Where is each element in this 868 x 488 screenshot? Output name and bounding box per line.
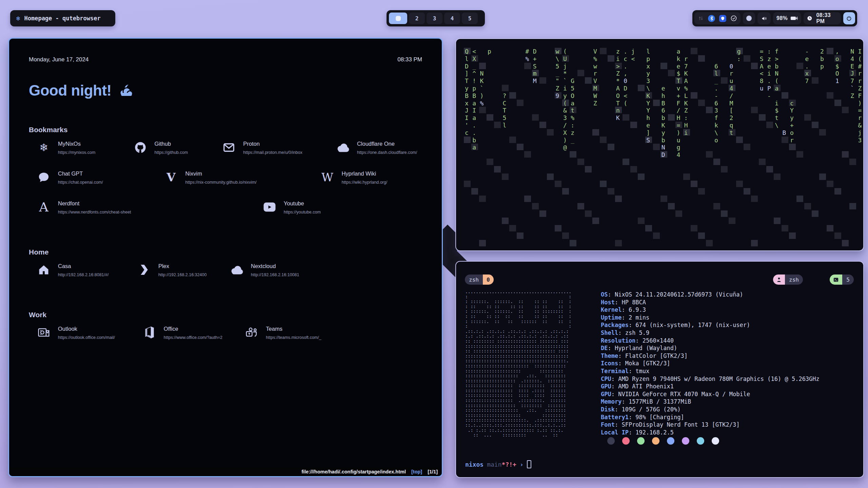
power-icon — [846, 15, 852, 21]
bookmark-url: https://mail.proton.me/u/0/inbox — [243, 150, 302, 155]
qutebrowser-window[interactable]: Monday, June 17, 2024 08:33 PM Good nigh… — [8, 38, 443, 477]
plex-chevron-icon — [137, 262, 152, 277]
battery-indicator[interactable]: 98% — [773, 12, 801, 24]
prompt-git-branch: main — [487, 461, 501, 468]
tmux-shell-segment: zsh — [465, 274, 483, 285]
section-title: Work — [29, 310, 422, 319]
bookmark-item-hyprland-wiki[interactable]: WHyprland Wikihttps://wiki.hyprland.org/ — [320, 170, 422, 190]
bookmark-item-github[interactable]: Githubhttps://github.com — [133, 140, 222, 160]
fastfetch-line-host: Host: HP 8BCA — [601, 299, 820, 306]
bookmark-item-nextcloud[interactable]: Nextcloudhttp://192.168.2.16:10081 — [229, 262, 422, 283]
bookmark-item-casa[interactable]: Casahttp://192.168.2.16:8081/#/ — [36, 262, 137, 283]
palette-dot — [622, 437, 630, 445]
bookmark-item-nixvim[interactable]: VNixvimhttps://nix-community.github.io/n… — [164, 170, 320, 190]
bookmark-url: http://192.168.2.16:8081/#/ — [58, 272, 108, 277]
volume-button[interactable] — [757, 12, 771, 24]
bookmark-item-plex[interactable]: Plexhttp://192.168.2.16:32400 — [137, 262, 229, 283]
bookmark-item-mynixos[interactable]: ❄MyNixOshttps://mynixos.com — [36, 140, 133, 160]
startpage-sections: Bookmarks❄MyNixOshttps://mynixos.comGith… — [29, 125, 422, 373]
cloud-moon-icon — [117, 83, 135, 98]
check-circle-icon[interactable] — [730, 15, 737, 22]
palette-dot — [682, 437, 689, 445]
power-button[interactable] — [843, 12, 855, 24]
fastfetch-line-font: Font: SFProDisplay Nerd Font 13 [GTK2/3] — [601, 421, 820, 429]
tmux-window-index: 0 — [483, 274, 494, 285]
palette-dot — [697, 437, 704, 445]
tmux-left-status[interactable]: zsh 0 — [465, 274, 494, 285]
section-work: WorkOutlookhttps://outlook.office.com/ma… — [29, 310, 422, 345]
section-bookmarks: Bookmarks❄MyNixOshttps://mynixos.comGith… — [29, 125, 422, 220]
battery-percent: 98% — [776, 15, 788, 21]
speaker-icon — [761, 16, 767, 21]
bookmark-item-nerdfont[interactable]: ANerdfonthttps://www.nerdfonts.com/cheat… — [36, 200, 262, 220]
github-icon — [133, 140, 148, 155]
bookmark-url: https://mynixos.com — [58, 150, 95, 155]
fastfetch-line-battery1: Battery1: 98% [Charging] — [601, 413, 820, 421]
palette-dot — [652, 437, 659, 445]
clock-indicator[interactable]: 08:33 PM — [804, 12, 841, 24]
bookmark-item-youtube[interactable]: Youtubehttps://youtube.com — [262, 200, 422, 220]
bookmark-row: Casahttp://192.168.2.16:8081/#/Plexhttp:… — [36, 262, 422, 283]
indicator-dot-button[interactable] — [743, 12, 755, 24]
workspace-2[interactable]: 2 — [409, 13, 425, 24]
outlook-icon — [36, 325, 51, 340]
fastfetch-ascii-art: ........................................… — [465, 289, 571, 438]
fastfetch-line-resolution: Resolution: 868×488 — [601, 337, 820, 345]
shell-prompt[interactable]: nixos main *?!+ › — [465, 460, 531, 468]
bookmark-label: Chat GPT — [58, 170, 103, 177]
bookmark-label: Cloudflare One — [357, 141, 417, 147]
window-title: Homepage - qutebrowser — [24, 15, 100, 22]
vim-icon: V — [164, 170, 179, 185]
fastfetch-line-gpu: GPU: NVIDIA GeForce RTX 4070 Max-Q / Mob… — [601, 390, 820, 398]
bookmark-label: Proton — [243, 141, 302, 147]
bookmark-item-outlook[interactable]: Outlookhttps://outlook.office.com/mail/ — [36, 325, 142, 345]
tmux-user-segment[interactable]: zsh — [773, 274, 803, 285]
prompt-arrow: › — [520, 461, 524, 468]
shield-icon[interactable] — [719, 15, 726, 22]
startpage-header: Monday, June 17, 2024 08:33 PM — [29, 56, 422, 63]
network-arrows-icon — [698, 15, 704, 21]
tmux-terminal-window[interactable]: zsh 0 zsh 5 ............................… — [455, 261, 864, 478]
bookmark-item-teams[interactable]: Teamshttps://teams.microsoft.com/_ — [244, 325, 422, 345]
bookmark-label: Office — [164, 326, 222, 332]
bookmark-item-chat-gpt[interactable]: Chat GPThttps://chat.openai.com/ — [36, 170, 164, 190]
active-workspace-icon — [396, 16, 401, 21]
tmux-pane-segment[interactable]: 5 — [830, 274, 854, 285]
statusbar-scroll-position: [top] — [411, 469, 422, 474]
cloud-icon — [229, 262, 244, 277]
home-icon — [36, 262, 51, 277]
palette-dot — [607, 437, 615, 445]
workspace-switcher: 2 3 4 5 — [387, 10, 485, 26]
envelope-icon — [221, 140, 236, 155]
fastfetch-line-terminal: Terminal: tmux — [601, 367, 820, 375]
cmatrix-terminal-window[interactable]: QlD]TyBxJI'c<X_^!pBaIa..baNK`)%p?CT5l#%D… — [455, 38, 864, 251]
cloud-icon — [335, 140, 350, 155]
tray-icon-group[interactable] — [694, 12, 741, 24]
bookmark-label: Nerdfont — [58, 200, 131, 207]
workspace-3[interactable]: 3 — [427, 13, 442, 24]
bookmark-item-cloudflare-one[interactable]: Cloudflare Onehttps://one.dash.cloudflar… — [335, 140, 422, 160]
battery-charging-icon — [790, 16, 798, 21]
workspace-1-active[interactable] — [389, 13, 407, 24]
workspace-4[interactable]: 4 — [444, 13, 460, 24]
office-icon — [142, 325, 157, 340]
taskbar-window-title-pill[interactable]: ❄ Homepage - qutebrowser — [10, 10, 115, 26]
bookmark-row: Chat GPThttps://chat.openai.com/VNixvimh… — [36, 170, 422, 190]
prompt-git-flags: *?!+ — [502, 461, 516, 468]
qutebrowser-statusbar: file:///home/hadi/.config/startpage/inde… — [9, 467, 442, 476]
wikipedia-icon: W — [320, 170, 335, 185]
workspace-5[interactable]: 5 — [462, 13, 478, 24]
bookmark-label: Outlook — [58, 326, 115, 332]
bookmark-item-office[interactable]: Officehttps://www.office.com/?auth=2 — [142, 325, 244, 345]
section-title: Bookmarks — [29, 125, 422, 134]
bookmark-label: Github — [155, 141, 188, 147]
bookmark-label: Teams — [266, 326, 321, 332]
chat-bubble-icon — [36, 170, 51, 185]
bookmark-row: ❄MyNixOshttps://mynixos.comGithubhttps:/… — [36, 140, 422, 160]
bookmark-item-proton[interactable]: Protonhttps://mail.proton.me/u/0/inbox — [221, 140, 335, 160]
bluetooth-icon[interactable] — [708, 15, 715, 22]
palette-dot — [667, 437, 674, 445]
terminal-icon — [830, 274, 842, 285]
bookmark-row: Outlookhttps://outlook.office.com/mail/O… — [36, 325, 422, 345]
palette-dot — [712, 437, 719, 445]
